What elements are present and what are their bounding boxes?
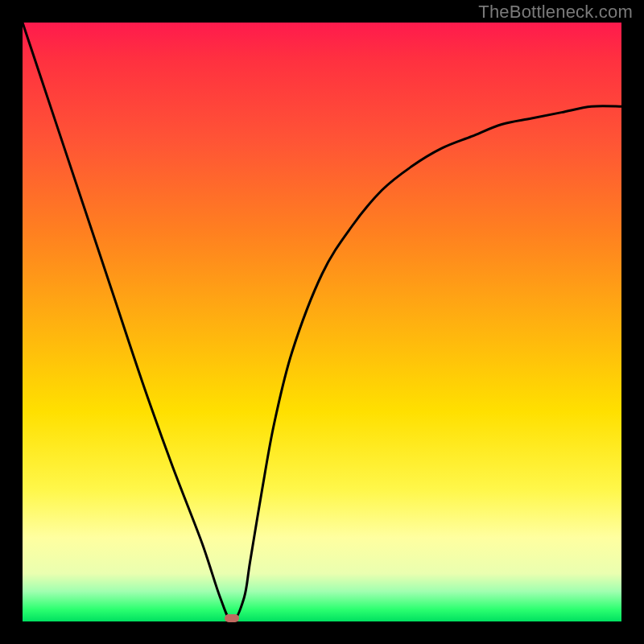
watermark-text: TheBottleneck.com (478, 2, 633, 23)
bottleneck-curve (23, 23, 621, 621)
plot-area (23, 23, 621, 621)
chart-frame: TheBottleneck.com (0, 0, 644, 644)
